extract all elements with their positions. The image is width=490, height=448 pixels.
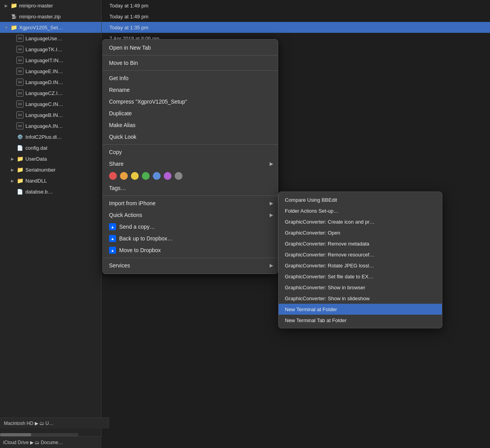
file-row[interactable]: 📄databse.b…: [0, 186, 101, 197]
disclosure-triangle: [9, 46, 16, 52]
menu-item-duplicate[interactable]: Duplicate: [103, 108, 278, 119]
menu-item-label: Share: [109, 161, 123, 167]
scrollbar-thumb[interactable]: [0, 433, 31, 436]
tag-gray[interactable]: [175, 172, 182, 180]
menu-item-quick-look[interactable]: Quick Look: [103, 131, 278, 143]
services-submenu: Compare Using BBEditFolder Actions Set-u…: [278, 192, 442, 328]
file-row[interactable]: ini LanguageC.IN…: [0, 99, 101, 109]
file-name: LanguageE.IN…: [25, 68, 63, 74]
file-name: config.dat: [25, 145, 47, 151]
submenu-item-gc-set-date[interactable]: GraphicConverter: Set file date to EX…: [279, 271, 442, 282]
zip-icon: 🗜: [10, 13, 17, 20]
file-row[interactable]: ▶ 📁 minipro-master: [0, 0, 101, 11]
file-icon: 📄: [16, 188, 23, 195]
menu-item-share[interactable]: Share▶: [103, 158, 278, 170]
tag-blue[interactable]: [153, 172, 161, 180]
menu-item-get-info[interactable]: Get Info: [103, 72, 278, 84]
submenu-item-compare-bbedit[interactable]: Compare Using BBEdit: [279, 194, 442, 205]
disclosure-triangle[interactable]: ▶: [9, 177, 16, 184]
file-name: LanguageTK.I…: [25, 47, 63, 52]
disclosure-triangle[interactable]: ▶: [3, 2, 9, 9]
file-name: LanguageB.IN…: [25, 112, 63, 118]
submenu-item-gc-show-slideshow[interactable]: GraphicConverter: Show in slideshow: [279, 293, 442, 304]
file-row[interactable]: ini LanguageUse…: [0, 33, 101, 44]
disclosure-triangle[interactable]: ▶: [9, 167, 16, 173]
menu-item-label: Import from iPhone: [109, 200, 156, 206]
submenu-item-new-terminal-tab[interactable]: New Terminal Tab at Folder: [279, 315, 442, 326]
file-name: UserData: [25, 156, 47, 162]
file-name: LanguageUse…: [25, 36, 62, 41]
submenu-item-gc-create-icon[interactable]: GraphicConverter: Create icon and pr…: [279, 216, 442, 227]
menu-item-backup-dropbox[interactable]: ▲Back up to Dropbox…: [103, 233, 278, 244]
date-row: Today at 1:35 pm: [102, 22, 490, 33]
menu-item-services[interactable]: Services▶: [103, 260, 278, 271]
folder-icon: 📁: [16, 177, 23, 184]
menu-item-send-copy[interactable]: ▲Send a copy…: [103, 221, 278, 233]
menu-separator: [103, 70, 278, 71]
tag-green[interactable]: [142, 172, 150, 180]
menu-item-copy[interactable]: Copy: [103, 146, 278, 158]
file-name: LanguageCZ.I…: [25, 90, 63, 96]
submenu-arrow: ▶: [270, 212, 273, 218]
disclosure-triangle[interactable]: ▼: [3, 24, 9, 30]
tag-red[interactable]: [109, 172, 117, 180]
menu-item-compress[interactable]: Compress "XgproV1205_Setup": [103, 96, 278, 108]
tag-purple[interactable]: [164, 172, 172, 180]
file-row[interactable]: ▶ 📁 UserData: [0, 153, 101, 164]
file-row[interactable]: ini LanguageA.IN…: [0, 120, 101, 131]
file-row[interactable]: ▶ 📁 NandDLL: [0, 175, 101, 186]
file-name: LanguageIT.IN…: [25, 57, 64, 63]
menu-separator: [103, 55, 278, 56]
menu-item-move-dropbox[interactable]: ▲Move to Dropbox: [103, 244, 278, 256]
file-row[interactable]: ini LanguageCZ.I…: [0, 88, 101, 99]
disclosure-triangle: [9, 134, 16, 140]
ini-icon: ini: [16, 57, 23, 64]
menu-item-rename[interactable]: Rename: [103, 84, 278, 96]
file-name: LanguageD.IN…: [25, 79, 63, 85]
menu-item-tags[interactable]: Tags…: [103, 182, 278, 194]
file-name: databse.b…: [25, 189, 53, 195]
menu-item-import-iphone[interactable]: Import from iPhone▶: [103, 197, 278, 209]
ini-icon: ini: [16, 68, 23, 75]
file-row[interactable]: ini LanguageIT.IN…: [0, 55, 101, 66]
file-row[interactable]: ini LanguageB.IN…: [0, 109, 101, 120]
file-row[interactable]: 🗜 minipro-master.zip: [0, 11, 101, 22]
file-row[interactable]: ini LanguageE.IN…: [0, 66, 101, 77]
folder-icon: 📁: [10, 24, 17, 31]
date-row: Today at 1:49 pm: [102, 11, 490, 22]
menu-item-move-to-bin[interactable]: Move to Bin: [103, 57, 278, 69]
ini-icon: ini: [16, 111, 23, 118]
submenu-item-gc-open[interactable]: GraphicConverter: Open: [279, 227, 442, 238]
menu-separator: [103, 144, 278, 145]
tag-orange[interactable]: [120, 172, 128, 180]
menu-item-label: Make Alias: [109, 122, 136, 128]
disclosure-triangle: [9, 188, 16, 195]
disclosure-triangle: [9, 145, 16, 151]
file-name: minipro-master.zip: [19, 14, 61, 20]
breadcrumb-text: Macintosh HD ▶ 🗂 U…: [4, 421, 54, 426]
file-row[interactable]: ini LanguageTK.I…: [0, 44, 101, 55]
file-row[interactable]: ini LanguageD.IN…: [0, 77, 101, 88]
disclosure-triangle[interactable]: ▶: [9, 156, 16, 162]
submenu-item-gc-show-browser[interactable]: GraphicConverter: Show in browser: [279, 282, 442, 293]
dropbox-icon: ▲: [109, 223, 116, 230]
horizontal-scrollbar[interactable]: [0, 433, 78, 436]
menu-item-quick-actions[interactable]: Quick Actions▶: [103, 209, 278, 221]
tags-color-row: [103, 170, 278, 182]
file-row[interactable]: ⚙️ InfolC2Plus.dl…: [0, 131, 101, 142]
menu-item-label: Compress "XgproV1205_Setup": [109, 99, 187, 105]
menu-item-make-alias[interactable]: Make Alias: [103, 119, 278, 131]
submenu-item-new-terminal-folder[interactable]: New Terminal at Folder: [279, 304, 442, 315]
submenu-item-gc-remove-resource[interactable]: GraphicConverter: Remove resourcef…: [279, 249, 442, 260]
file-row[interactable]: ▶ 📁 Serialnumber: [0, 164, 101, 175]
file-row[interactable]: 📄 config.dat: [0, 142, 101, 153]
submenu-item-gc-remove-meta[interactable]: GraphicConverter: Remove metadata: [279, 238, 442, 249]
menu-item-open-new-tab[interactable]: Open in New Tab: [103, 42, 278, 54]
tag-yellow[interactable]: [131, 172, 139, 180]
file-name: NandDLL: [25, 178, 47, 184]
submenu-item-folder-actions[interactable]: Folder Actions Set-up…: [279, 205, 442, 216]
folder-icon: 📁: [10, 2, 17, 9]
file-row[interactable]: ▼ 📁 XgproV1205_Set…: [0, 22, 101, 33]
submenu-item-gc-rotate[interactable]: GraphicConverter: Rotate JPEG lossl…: [279, 260, 442, 271]
menu-item-label: Tags…: [109, 185, 126, 191]
